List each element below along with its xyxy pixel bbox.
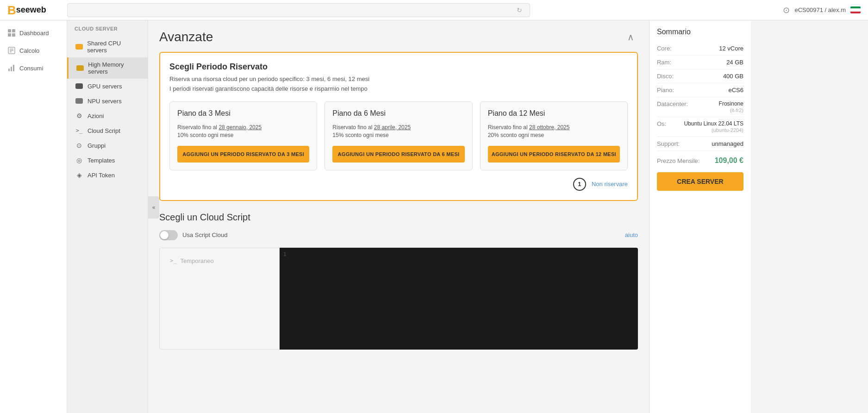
plan-12-reserved: Riservato fino al 28 ottobre, 2025 [488, 124, 620, 131]
cloud-menu-label-shared: Shared CPU servers [87, 40, 140, 54]
use-cloud-script-toggle[interactable] [159, 230, 178, 240]
reserved-period-title: Scegli Periodo Riservato [169, 62, 628, 72]
sidebar-item-calcolo[interactable]: Calcolo [0, 42, 67, 59]
script-list-item-temporaneo[interactable]: >_ Temporaneo [165, 254, 274, 268]
plan-6-discount: 15% sconto ogni mese [332, 132, 464, 138]
plan-3-title: Piano da 3 Mesi [177, 109, 309, 118]
page-title: Avanzate [159, 30, 213, 44]
plan-card-6-months: Piano da 6 Mesi Riservato fino al 28 apr… [325, 101, 472, 170]
sidebar-item-calcolo-label: Calcolo [19, 47, 39, 54]
svg-rect-3 [12, 33, 15, 37]
shared-cpu-icon [75, 43, 83, 50]
summary-label-disco: Disco: [657, 73, 674, 80]
script-prompt-icon: >_ [170, 257, 176, 264]
summary-row-core: Core: 12 vCore [657, 42, 743, 56]
search-input[interactable] [75, 6, 517, 13]
cloud-menu-label-api-token: API Token [87, 172, 115, 179]
summary-value-piano: eCS6 [728, 87, 743, 94]
svg-rect-8 [8, 69, 10, 71]
plan-card-3-months: Piano da 3 Mesi Riservato fino al 28 gen… [169, 101, 317, 170]
cloud-menu-item-gpu[interactable]: GPU servers [67, 79, 148, 94]
topbar-right: ⊙ eCS00971 / alex.m [783, 5, 868, 15]
cloud-script-icon: >_ [75, 127, 84, 134]
npu-icon [75, 97, 84, 105]
svg-rect-9 [11, 67, 12, 71]
price-label: Prezzo Mensile: [657, 157, 699, 164]
refresh-icon: ↻ [517, 6, 522, 14]
summary-value-datacenter: Frosinone(it-fr2) [719, 100, 743, 113]
sidebar-item-dashboard-label: Dashboard [19, 30, 49, 37]
consumi-icon [7, 64, 16, 72]
plan-3-reserved: Riservato fino al 28 gennaio, 2025 [177, 124, 309, 131]
reserved-desc-line1: Riserva una risorsa cloud per un periodo… [169, 75, 628, 84]
left-nav: Dashboard Calcolo Consumi [0, 20, 67, 413]
plan-3-discount: 10% sconto ogni mese [177, 132, 309, 138]
plan-6-add-button[interactable]: AGGIUNGI UN PERIODO RISERVATO DA 6 MESI [332, 146, 464, 163]
plan-3-add-button[interactable]: AGGIUNGI UN PERIODO RISERVATO DA 3 MESI [177, 146, 309, 163]
logo-b-icon: B [7, 4, 16, 16]
summary-row-piano: Piano: eCS6 [657, 83, 743, 97]
plan-12-add-button[interactable]: AGGIUNGI UN PERIODO RISERVATO DA 12 MESI [488, 146, 620, 163]
logo: B seeweb [0, 4, 67, 16]
user-info: eCS00971 / alex.m [794, 6, 846, 13]
summary-row-os: Os: Ubuntu Linux 22.04 LTS(ubuntu-2204) [657, 117, 743, 137]
script-list-panel: >_ Temporaneo [159, 248, 280, 350]
svg-rect-1 [12, 29, 15, 32]
plan-6-reserved: Riservato fino al 28 aprile, 2025 [332, 124, 464, 131]
plan-card-12-months: Piano da 12 Mesi Riservato fino al 28 ot… [480, 101, 628, 170]
section-collapse-button[interactable]: ∧ [624, 30, 638, 44]
script-area: >_ Temporaneo 1 [159, 248, 638, 350]
cloud-menu-item-npu[interactable]: NPU servers [67, 94, 148, 108]
reserved-period-box: Scegli Periodo Riservato Riserva una ris… [159, 52, 638, 201]
summary-label-os: Os: [657, 120, 666, 133]
user-avatar-icon: ⊙ [783, 5, 790, 15]
cloud-script-section: Scegli un Cloud Script Usa Script Cloud … [159, 212, 638, 350]
cloud-menu-label-gpu: GPU servers [87, 83, 122, 90]
section-header: Avanzate ∧ [159, 20, 638, 52]
non-riservare-link[interactable]: Non riservare [592, 181, 628, 188]
plan-12-discount: 20% sconto ogni mese [488, 132, 620, 138]
cloud-menu-item-api-token[interactable]: ◈ API Token [67, 168, 148, 182]
script-placeholder-label: Temporaneo [180, 257, 213, 264]
cloud-menu-item-gruppi[interactable]: ⊙ Gruppi [67, 138, 148, 153]
gpu-icon [75, 82, 84, 90]
create-server-button[interactable]: CREA SERVER [657, 172, 743, 191]
summary-label-core: Core: [657, 45, 672, 52]
price-value: 109,00 € [715, 156, 743, 165]
cloud-menu-item-templates[interactable]: ◎ Templates [67, 153, 148, 168]
api-token-icon: ◈ [75, 171, 84, 179]
summary-value-core: 12 vCore [719, 45, 743, 52]
templates-icon: ◎ [75, 156, 84, 164]
svg-rect-10 [13, 65, 14, 71]
logo-text: seeweb [16, 5, 46, 15]
summary-row-datacenter: Datacenter: Frosinone(it-fr2) [657, 97, 743, 117]
script-editor[interactable]: 1 [280, 248, 638, 350]
cloud-menu-label-gruppi: Gruppi [87, 142, 106, 149]
main-content: Avanzate ∧ Scegli Periodo Riservato Rise… [148, 20, 649, 413]
summary-value-os: Ubuntu Linux 22.04 LTS(ubuntu-2204) [684, 120, 743, 133]
svg-rect-2 [8, 33, 11, 37]
sidebar-item-dashboard[interactable]: Dashboard [0, 24, 67, 42]
sidebar-item-consumi[interactable]: Consumi [0, 59, 67, 77]
aiuto-link[interactable]: aiuto [625, 232, 638, 238]
summary-value-support: unmanaged [712, 140, 743, 147]
summary-label-ram: Ram: [657, 59, 671, 66]
collapse-panel-button[interactable]: « [148, 196, 159, 219]
reserved-period-desc: Riserva una risorsa cloud per un periodo… [169, 75, 628, 94]
cloud-menu-item-shared-cpu[interactable]: Shared CPU servers [67, 36, 148, 57]
cloud-menu-item-azioni[interactable]: ⚙ Azioni [67, 108, 148, 123]
svg-rect-0 [8, 29, 11, 32]
italian-flag-icon [850, 6, 861, 13]
cloud-script-title: Scegli un Cloud Script [159, 212, 638, 223]
cloud-menu-item-cloud-script[interactable]: >_ Cloud Script [67, 123, 148, 138]
summary-panel: Sommario Core: 12 vCore Ram: 24 GB Disco… [649, 20, 751, 413]
cloud-menu-item-high-memory[interactable]: High Memory servers [67, 57, 148, 79]
high-memory-icon [76, 64, 84, 72]
cloud-menu-label-high-memory: High Memory servers [88, 61, 140, 75]
search-box[interactable]: ↻ [67, 3, 530, 17]
script-toggle-row: Usa Script Cloud aiuto [159, 230, 638, 240]
reserved-desc-line2: I periodi riservati garantiscono capacit… [169, 84, 628, 94]
nav-section: Dashboard Calcolo Consumi [0, 20, 67, 81]
cloud-panel-title: CLOUD SERVER [67, 26, 148, 36]
summary-price-row: Prezzo Mensile: 109,00 € [657, 151, 743, 169]
